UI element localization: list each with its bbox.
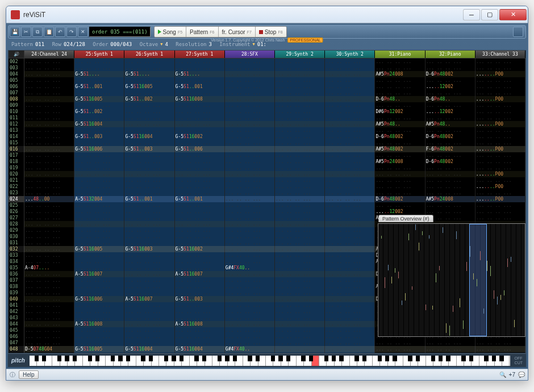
piano-keyboard[interactable]	[30, 356, 510, 366]
piano-key-black[interactable]	[95, 356, 99, 362]
piano-key[interactable]	[479, 356, 487, 366]
row-number[interactable]: 026	[9, 208, 24, 215]
piano-key-black[interactable]	[278, 356, 282, 362]
help-button[interactable]: Help	[19, 370, 39, 379]
piano-key-black[interactable]	[309, 356, 313, 362]
play-cursor-button[interactable]: fr. Cursor F7	[219, 27, 256, 37]
pattern-number[interactable]: 011	[35, 41, 44, 47]
row-number[interactable]: 010	[9, 109, 24, 115]
toolbar-save-icon[interactable]: 💾	[10, 27, 20, 37]
piano-key[interactable]	[373, 356, 380, 366]
row-number[interactable]: 032	[9, 246, 24, 252]
piano-key-black[interactable]	[301, 356, 305, 362]
resolution-value[interactable]: 3	[208, 41, 211, 47]
order-display[interactable]: order 035 ===(011)	[89, 27, 151, 37]
row-number[interactable]: 028	[9, 221, 24, 227]
info-icon[interactable]: ⓘ	[9, 371, 16, 379]
toolbar-paste-icon[interactable]: 📋	[44, 27, 54, 37]
play-pattern-button[interactable]: Pattern F6	[186, 27, 218, 37]
piano-key-black[interactable]	[439, 356, 443, 362]
channel-header-31[interactable]: 31:Piano	[375, 51, 425, 58]
piano-key[interactable]	[106, 356, 113, 366]
piano-key[interactable]	[52, 356, 60, 366]
row-number[interactable]: 036	[9, 271, 24, 277]
piano-key[interactable]	[297, 356, 304, 366]
overview-selection[interactable]	[469, 224, 487, 336]
piano-key-black[interactable]	[141, 356, 145, 362]
row-number[interactable]: 015	[9, 140, 24, 146]
piano-key[interactable]	[136, 356, 144, 366]
row-number[interactable]: 002	[9, 59, 24, 65]
channel-header-27[interactable]: 27:Synth 1	[175, 51, 225, 58]
piano-key-black[interactable]	[172, 356, 176, 362]
piano-key-black[interactable]	[218, 356, 222, 362]
row-number[interactable]: 003	[9, 65, 24, 71]
row-number[interactable]: 043	[9, 315, 24, 321]
piano-key-black[interactable]	[164, 356, 168, 362]
piano-key-black[interactable]	[248, 356, 252, 362]
channel-header-26[interactable]: 26:Synth 1	[124, 51, 174, 58]
row-number[interactable]: 047	[9, 340, 24, 346]
row-number[interactable]: 011	[9, 115, 24, 121]
row-number[interactable]: 029	[9, 227, 24, 233]
piano-key[interactable]	[426, 356, 433, 366]
channel-25[interactable]: ... .. .. ...... .. .. ...G-5 S1 .. ....…	[74, 59, 124, 353]
toolbar-undo-icon[interactable]: ↶	[55, 27, 65, 37]
piano-key-black[interactable]	[378, 356, 382, 362]
channel-header-30[interactable]: 30:Synth 2	[325, 51, 375, 58]
row-number[interactable]: 038	[9, 283, 24, 290]
piano-key-black[interactable]	[73, 356, 77, 362]
channel-26[interactable]: ... .. .. ...... .. .. ...G-5 S1 .. ....…	[124, 59, 174, 353]
row-number[interactable]: 048	[9, 346, 24, 352]
channel-28[interactable]: ... .. .. ...... .. .. ...... .. .. ....…	[225, 59, 275, 353]
piano-key-black[interactable]	[225, 356, 229, 362]
octave-dropdown-icon[interactable]: ▼	[160, 42, 162, 47]
piano-key-black[interactable]	[111, 356, 115, 362]
toolbar-copy-icon[interactable]: ⧉	[32, 27, 43, 37]
channel-header-33[interactable]: 33:Channel 33	[475, 51, 525, 58]
piano-key-black[interactable]	[492, 356, 496, 362]
row-number[interactable]: 027	[9, 215, 24, 221]
piano-key[interactable]	[83, 356, 90, 366]
chat-icon[interactable]: 💬	[518, 371, 525, 379]
toolbar-redo-icon[interactable]: ↷	[66, 27, 77, 37]
channel-header-28[interactable]: 28:SFX	[225, 51, 275, 58]
row-number[interactable]: 044	[9, 321, 24, 327]
row-number[interactable]: 033	[9, 252, 24, 258]
instrument-value[interactable]: 01:	[257, 41, 266, 47]
piano-key-black[interactable]	[194, 356, 198, 362]
piano-key-black[interactable]	[256, 356, 260, 362]
row-number[interactable]: 009	[9, 102, 24, 109]
piano-key-black[interactable]	[286, 356, 290, 362]
piano-key-black[interactable]	[469, 356, 473, 362]
octave-value[interactable]: 4	[165, 41, 168, 47]
row-number[interactable]: 030	[9, 233, 24, 240]
row-number[interactable]: 008	[9, 96, 24, 102]
row-number[interactable]: 045	[9, 327, 24, 333]
speaker-icon[interactable]: 🔊	[9, 51, 24, 58]
row-number[interactable]: 025	[9, 202, 24, 208]
piano-key-black[interactable]	[42, 356, 46, 362]
channel-29[interactable]: ... .. .. ...... .. .. ...... .. .. ....…	[275, 59, 325, 353]
piano-key-black[interactable]	[233, 356, 237, 362]
channel-header-32[interactable]: 32:Piano	[425, 51, 475, 58]
row-number[interactable]: 049	[9, 352, 24, 353]
piano-key-black[interactable]	[332, 356, 336, 362]
piano-key[interactable]	[266, 356, 273, 366]
piano-key-black[interactable]	[339, 356, 343, 362]
piano-key[interactable]	[30, 356, 37, 366]
piano-key[interactable]	[159, 356, 166, 366]
row-number[interactable]: 017	[9, 152, 24, 159]
piano-key-black[interactable]	[354, 356, 358, 362]
piano-key-black[interactable]	[202, 356, 206, 362]
piano-key-black[interactable]	[446, 356, 450, 362]
piano-key[interactable]	[190, 356, 197, 366]
piano-key-black[interactable]	[35, 356, 39, 362]
piano-key-black[interactable]	[362, 356, 366, 362]
piano-key[interactable]	[319, 356, 327, 366]
row-number[interactable]: 005	[9, 77, 24, 84]
instrument-dropdown-icon[interactable]: ▼	[253, 42, 255, 47]
row-number[interactable]: 014	[9, 134, 24, 140]
piano-key-black[interactable]	[393, 356, 397, 362]
row-number[interactable]: 012	[9, 121, 24, 127]
